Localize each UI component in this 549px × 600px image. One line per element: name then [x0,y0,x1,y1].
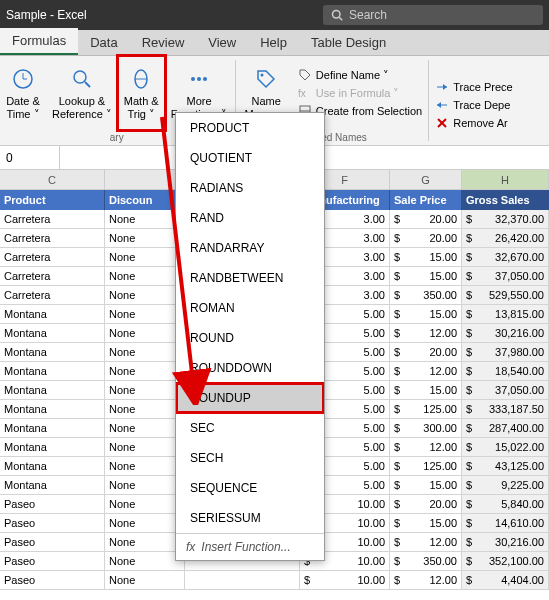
trace-prec-icon [435,80,449,94]
dropdown-item-randarray[interactable]: RANDARRAY [176,233,324,263]
theta-icon [127,65,155,93]
svg-marker-19 [437,102,441,108]
remove-icon [435,116,449,130]
svg-line-6 [85,82,90,87]
svg-text:fx: fx [298,88,306,99]
dropdown-item-roundup[interactable]: ROUNDUP [176,383,324,413]
dropdown-item-seriessum[interactable]: SERIESSUM [176,503,324,533]
tab-review[interactable]: Review [130,30,197,55]
more-icon [185,65,213,93]
dropdown-item-round[interactable]: ROUND [176,323,324,353]
trace-dep-icon [435,98,449,112]
tab-formulas[interactable]: Formulas [0,28,78,55]
lookup-icon [68,65,96,93]
fx-small-icon: fx [298,86,312,100]
search-box[interactable]: Search [323,5,543,25]
svg-point-5 [74,71,86,83]
svg-marker-17 [443,84,447,90]
svg-point-0 [333,11,341,19]
tab-table-design[interactable]: Table Design [299,30,398,55]
table-row[interactable]: PaseoNone10.0012.004,404.00 [0,571,549,590]
lookup-button[interactable]: Lookup & Reference ˅ [46,56,118,130]
col-header[interactable]: G [390,170,462,189]
title-bar: Sample - Excel Search [0,0,549,30]
trace-dependents-button[interactable]: Trace Depe [435,98,513,112]
svg-line-1 [339,17,342,20]
dropdown-item-randbetween[interactable]: RANDBETWEEN [176,263,324,293]
dropdown-item-sec[interactable]: SEC [176,413,324,443]
date-time-button[interactable]: Date & Time ˅ [0,56,46,130]
remove-arrows-button[interactable]: Remove Ar [435,116,513,130]
clock-icon [9,65,37,93]
tag-icon [252,65,280,93]
trace-precedents-button[interactable]: Trace Prece [435,80,513,94]
ribbon-tabs: Formulas Data Review View Help Table Des… [0,30,549,56]
math-trig-button[interactable]: Math & Trig ˅ [118,56,165,130]
tab-data[interactable]: Data [78,30,129,55]
col-header[interactable]: C [0,170,105,189]
search-icon [331,9,343,21]
col-header[interactable]: H [462,170,549,189]
dropdown-item-quotient[interactable]: QUOTIENT [176,143,324,173]
define-name-button[interactable]: Define Name ˅ [298,68,422,82]
col-header[interactable] [105,170,185,189]
svg-point-10 [197,77,201,81]
fx-icon: fx [186,540,195,554]
tab-help[interactable]: Help [248,30,299,55]
dropdown-item-rand[interactable]: RAND [176,203,324,233]
dropdown-item-roman[interactable]: ROMAN [176,293,324,323]
dropdown-item-sech[interactable]: SECH [176,443,324,473]
dropdown-item-rounddown[interactable]: ROUNDDOWN [176,353,324,383]
use-in-formula-button[interactable]: fxUse in Formula ˅ [298,86,422,100]
tab-view[interactable]: View [196,30,248,55]
svg-point-9 [191,77,195,81]
dropdown-item-sequence[interactable]: SEQUENCE [176,473,324,503]
math-trig-dropdown: PRODUCTQUOTIENTRADIANSRANDRANDARRAYRANDB… [175,112,325,561]
tag-small-icon [298,68,312,82]
name-box[interactable]: 0 [0,146,60,169]
dropdown-item-product[interactable]: PRODUCT [176,113,324,143]
svg-point-12 [261,73,264,76]
svg-point-11 [203,77,207,81]
dropdown-item-radians[interactable]: RADIANS [176,173,324,203]
app-title: Sample - Excel [6,8,87,22]
insert-function-link[interactable]: fx Insert Function... [176,533,324,560]
